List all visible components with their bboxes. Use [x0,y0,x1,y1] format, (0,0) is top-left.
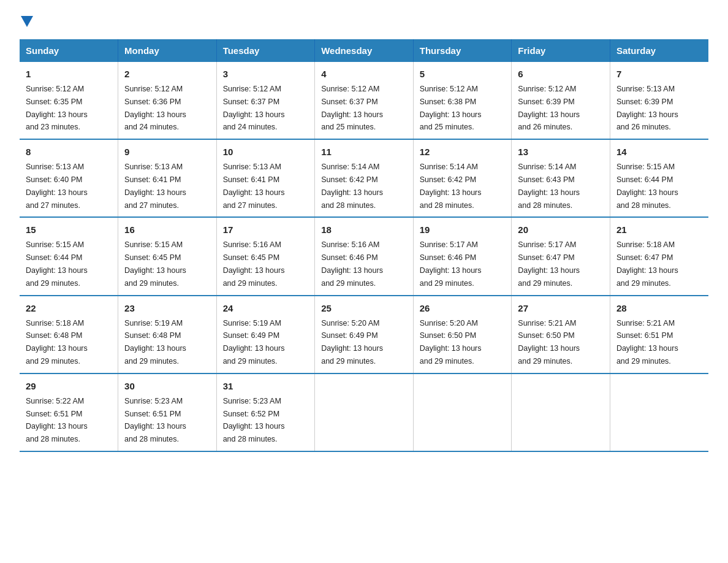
day-number: 11 [321,145,407,159]
day-number: 2 [124,67,210,82]
day-info: Sunrise: 5:12 AMSunset: 6:37 PMDaylight:… [321,85,383,131]
day-info: Sunrise: 5:13 AMSunset: 6:41 PMDaylight:… [223,163,285,209]
day-cell: 13Sunrise: 5:14 AMSunset: 6:43 PMDayligh… [512,139,610,217]
col-header-thursday: Thursday [413,39,512,62]
day-number: 5 [420,67,506,82]
day-number: 25 [321,301,407,316]
day-number: 3 [223,67,309,82]
day-cell: 21Sunrise: 5:18 AMSunset: 6:47 PMDayligh… [610,217,708,295]
day-number: 30 [124,379,210,394]
logo-triangle-icon [21,16,33,27]
day-cell: 5Sunrise: 5:12 AMSunset: 6:38 PMDaylight… [413,62,512,139]
day-number: 23 [124,301,210,316]
day-number: 6 [518,67,604,82]
day-cell: 17Sunrise: 5:16 AMSunset: 6:45 PMDayligh… [216,217,315,295]
day-number: 26 [420,301,506,316]
week-row-5: 29Sunrise: 5:22 AMSunset: 6:51 PMDayligh… [20,373,708,451]
col-header-monday: Monday [118,39,217,62]
day-number: 9 [124,145,210,159]
day-number: 10 [223,145,309,159]
day-info: Sunrise: 5:15 AMSunset: 6:45 PMDaylight:… [124,240,186,287]
day-cell: 27Sunrise: 5:21 AMSunset: 6:50 PMDayligh… [512,296,610,373]
day-cell: 20Sunrise: 5:17 AMSunset: 6:47 PMDayligh… [512,217,610,295]
day-info: Sunrise: 5:12 AMSunset: 6:39 PMDaylight:… [518,85,580,131]
day-cell [610,373,708,451]
day-info: Sunrise: 5:14 AMSunset: 6:42 PMDaylight:… [420,163,482,209]
day-cell: 2Sunrise: 5:12 AMSunset: 6:36 PMDaylight… [118,62,217,139]
day-cell: 30Sunrise: 5:23 AMSunset: 6:51 PMDayligh… [118,373,217,451]
day-cell: 3Sunrise: 5:12 AMSunset: 6:37 PMDaylight… [216,62,315,139]
day-info: Sunrise: 5:15 AMSunset: 6:44 PMDaylight:… [26,240,88,287]
day-cell [512,373,610,451]
day-info: Sunrise: 5:22 AMSunset: 6:51 PMDaylight:… [26,397,88,443]
day-cell: 9Sunrise: 5:13 AMSunset: 6:41 PMDaylight… [118,139,217,217]
day-cell: 25Sunrise: 5:20 AMSunset: 6:49 PMDayligh… [315,296,414,373]
day-number: 4 [321,67,407,82]
day-cell: 29Sunrise: 5:22 AMSunset: 6:51 PMDayligh… [20,373,118,451]
day-info: Sunrise: 5:14 AMSunset: 6:43 PMDaylight:… [518,163,580,209]
week-row-3: 15Sunrise: 5:15 AMSunset: 6:44 PMDayligh… [20,217,708,295]
day-cell: 11Sunrise: 5:14 AMSunset: 6:42 PMDayligh… [315,139,414,217]
day-info: Sunrise: 5:21 AMSunset: 6:51 PMDaylight:… [616,319,678,366]
day-info: Sunrise: 5:12 AMSunset: 6:36 PMDaylight:… [124,85,186,131]
day-number: 29 [26,379,112,394]
day-info: Sunrise: 5:18 AMSunset: 6:48 PMDaylight:… [26,319,88,366]
day-info: Sunrise: 5:16 AMSunset: 6:45 PMDaylight:… [223,240,285,287]
day-cell: 22Sunrise: 5:18 AMSunset: 6:48 PMDayligh… [20,296,118,373]
week-row-1: 1Sunrise: 5:12 AMSunset: 6:35 PMDaylight… [20,62,708,139]
day-number: 28 [616,301,702,316]
day-cell: 8Sunrise: 5:13 AMSunset: 6:40 PMDaylight… [20,139,118,217]
day-cell: 26Sunrise: 5:20 AMSunset: 6:50 PMDayligh… [413,296,512,373]
day-cell: 4Sunrise: 5:12 AMSunset: 6:37 PMDaylight… [315,62,414,139]
day-cell: 23Sunrise: 5:19 AMSunset: 6:48 PMDayligh… [118,296,217,373]
week-row-2: 8Sunrise: 5:13 AMSunset: 6:40 PMDaylight… [20,139,708,217]
col-header-wednesday: Wednesday [315,39,414,62]
col-header-friday: Friday [512,39,610,62]
header-area [20,15,708,27]
day-number: 27 [518,301,604,316]
day-cell: 15Sunrise: 5:15 AMSunset: 6:44 PMDayligh… [20,217,118,295]
col-header-tuesday: Tuesday [216,39,315,62]
day-number: 14 [616,145,702,159]
day-number: 12 [420,145,506,159]
day-info: Sunrise: 5:17 AMSunset: 6:46 PMDaylight:… [420,240,482,287]
day-number: 8 [26,145,112,159]
day-info: Sunrise: 5:12 AMSunset: 6:37 PMDaylight:… [223,85,285,131]
day-info: Sunrise: 5:13 AMSunset: 6:41 PMDaylight:… [124,163,186,209]
day-info: Sunrise: 5:19 AMSunset: 6:49 PMDaylight:… [223,319,285,366]
day-info: Sunrise: 5:23 AMSunset: 6:52 PMDaylight:… [223,397,285,443]
day-info: Sunrise: 5:14 AMSunset: 6:42 PMDaylight:… [321,163,383,209]
day-number: 20 [518,223,604,237]
day-cell [413,373,512,451]
day-info: Sunrise: 5:20 AMSunset: 6:49 PMDaylight:… [321,319,383,366]
day-number: 22 [26,301,112,316]
day-info: Sunrise: 5:17 AMSunset: 6:47 PMDaylight:… [518,240,580,287]
day-number: 1 [26,67,112,82]
col-header-sunday: Sunday [20,39,118,62]
day-cell: 6Sunrise: 5:12 AMSunset: 6:39 PMDaylight… [512,62,610,139]
day-number: 24 [223,301,309,316]
day-info: Sunrise: 5:18 AMSunset: 6:47 PMDaylight:… [616,240,678,287]
day-number: 18 [321,223,407,237]
day-number: 7 [616,67,702,82]
day-info: Sunrise: 5:19 AMSunset: 6:48 PMDaylight:… [124,319,186,366]
day-info: Sunrise: 5:23 AMSunset: 6:51 PMDaylight:… [124,397,186,443]
calendar-table: SundayMondayTuesdayWednesdayThursdayFrid… [20,39,708,452]
week-row-4: 22Sunrise: 5:18 AMSunset: 6:48 PMDayligh… [20,296,708,373]
day-cell: 7Sunrise: 5:13 AMSunset: 6:39 PMDaylight… [610,62,708,139]
day-cell: 14Sunrise: 5:15 AMSunset: 6:44 PMDayligh… [610,139,708,217]
day-info: Sunrise: 5:12 AMSunset: 6:38 PMDaylight:… [420,85,482,131]
day-cell: 31Sunrise: 5:23 AMSunset: 6:52 PMDayligh… [216,373,315,451]
day-number: 15 [26,223,112,237]
day-number: 16 [124,223,210,237]
day-info: Sunrise: 5:13 AMSunset: 6:39 PMDaylight:… [616,85,678,131]
day-number: 31 [223,379,309,394]
day-cell: 28Sunrise: 5:21 AMSunset: 6:51 PMDayligh… [610,296,708,373]
day-cell: 16Sunrise: 5:15 AMSunset: 6:45 PMDayligh… [118,217,217,295]
day-cell: 12Sunrise: 5:14 AMSunset: 6:42 PMDayligh… [413,139,512,217]
day-cell [315,373,414,451]
day-number: 13 [518,145,604,159]
day-number: 21 [616,223,702,237]
day-info: Sunrise: 5:16 AMSunset: 6:46 PMDaylight:… [321,240,383,287]
logo [20,15,33,27]
